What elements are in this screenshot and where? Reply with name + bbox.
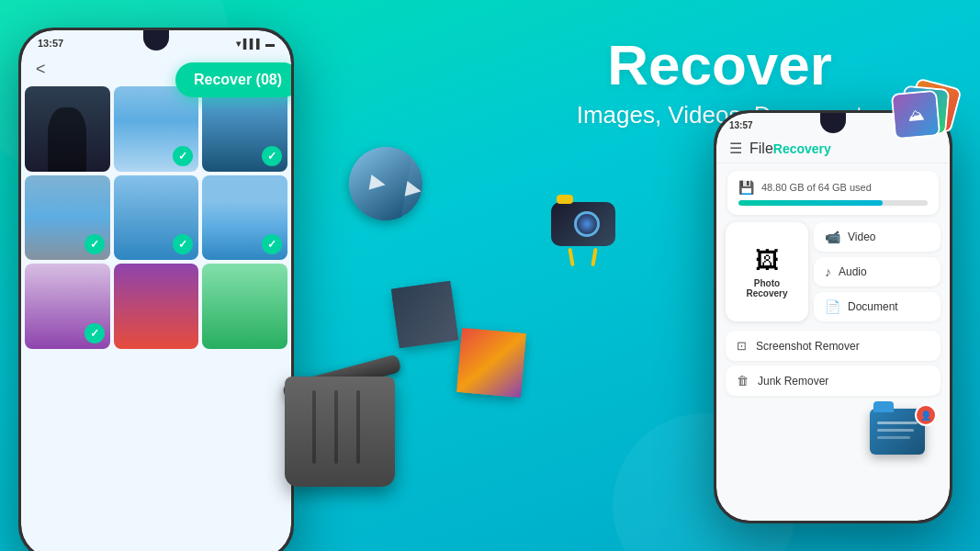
storage-fill (738, 200, 883, 206)
right-phone-header: ☰ File Recovery (716, 134, 950, 163)
header-title: Recover (487, 37, 952, 94)
video-icon: 📹 (825, 230, 840, 244)
person-badge: 👤 (915, 404, 937, 426)
recover-button[interactable]: Recover (08) (175, 62, 291, 97)
flying-photo-dark (391, 281, 458, 348)
junk-label: Junk Remover (758, 375, 828, 388)
checkmark-2: ✓ (173, 146, 193, 166)
battery-icon: ▬ (265, 39, 275, 49)
recovery-word: Recovery (773, 141, 831, 156)
hamburger-icon[interactable]: ☰ (729, 140, 742, 157)
checkmark-4: ✓ (84, 234, 105, 254)
camera-lens (574, 211, 600, 237)
right-phone-content: 13:57 ▾ ▌▌ ▬ ☰ File Recovery 💾 (716, 113, 950, 521)
left-status-time: 13:57 (38, 38, 63, 49)
trash-line-3 (356, 390, 360, 464)
checkmark-7: ✓ (84, 323, 105, 343)
photo-item-3[interactable]: ✓ (202, 86, 287, 172)
video-label: Video (848, 231, 875, 243)
photo-item-4[interactable]: ✓ (25, 175, 110, 261)
photo-grid: ✓ ✓ ✓ ✓ ✓ (21, 86, 291, 353)
camera-flash (557, 195, 573, 204)
storage-text: 48.80 GB of 64 GB used (761, 182, 872, 193)
wifi-icon: ▾ (236, 39, 241, 49)
trash-can (285, 367, 395, 496)
photo-recovery-icon: 🖼 (755, 246, 779, 275)
photo-item-6[interactable]: ✓ (202, 175, 287, 261)
storage-info-row: 💾 48.80 GB of 64 GB used (738, 180, 928, 195)
trash-body (285, 377, 395, 487)
screenshot-remover-option[interactable]: ⊡ Screenshot Remover (726, 331, 941, 361)
right-phone: 13:57 ▾ ▌▌ ▬ ☰ File Recovery 💾 (714, 110, 952, 523)
file-word: File (749, 141, 773, 157)
photo-item-2[interactable]: ✓ (114, 86, 199, 172)
storage-bar-container: 💾 48.80 GB of 64 GB used (727, 171, 939, 215)
trash-line-2 (334, 390, 338, 464)
image-icon-3: ⛰ (907, 105, 925, 125)
camera-icon-3d (551, 202, 625, 262)
photo-recovery-button[interactable]: 🖼 Photo Recovery (726, 222, 808, 321)
play-icon: ▶ (368, 169, 388, 196)
left-phone-frame: 13:57 ▾ ▌▌▌ ▬ Recover (08) < (18, 28, 294, 551)
recovery-grid: 🖼 Photo Recovery 📹 Video ♪ Audio 📄 (716, 222, 950, 321)
audio-option[interactable]: ♪ Audio (814, 257, 941, 287)
screenshot-icon: ⊡ (737, 339, 747, 353)
checkmark-3: ✓ (262, 146, 282, 166)
bottom-options: ⊡ Screenshot Remover 🗑 Junk Remover (716, 325, 950, 401)
left-phone-screen: 13:57 ▾ ▌▌▌ ▬ Recover (08) < (21, 30, 291, 551)
signal-icon: ▌▌▌ (243, 39, 263, 49)
right-phone-screen: 13:57 ▾ ▌▌ ▬ ☰ File Recovery 💾 (716, 113, 950, 521)
right-phone-frame: 13:57 ▾ ▌▌ ▬ ☰ File Recovery 💾 (714, 110, 952, 523)
document-label: Document (848, 300, 898, 313)
storage-bar (738, 200, 928, 206)
photo-item-9[interactable] (202, 264, 287, 349)
audio-icon: ♪ (825, 264, 831, 279)
document-option[interactable]: 📄 Document (814, 292, 941, 321)
left-phone: 13:57 ▾ ▌▌▌ ▬ Recover (08) < (18, 28, 294, 551)
junk-remover-option[interactable]: 🗑 Junk Remover (726, 365, 941, 396)
trash-line-1 (312, 390, 316, 464)
photo-item-5[interactable]: ✓ (114, 175, 199, 261)
audio-label: Audio (839, 265, 867, 278)
left-status-icons: ▾ ▌▌▌ ▬ (236, 39, 275, 49)
folder-3d-icon: 👤 (870, 409, 929, 459)
flying-photo-sunset (456, 328, 526, 398)
screenshot-label: Screenshot Remover (756, 340, 860, 353)
storage-device-icon: 💾 (738, 180, 754, 195)
photo-item-8[interactable] (114, 264, 199, 349)
photo-item-7[interactable]: ✓ (25, 264, 110, 349)
photo-item-1[interactable] (25, 86, 110, 172)
right-status-time: 13:57 (729, 120, 753, 130)
img-card-3: ⛰ (891, 90, 941, 140)
document-icon: 📄 (825, 299, 840, 314)
photo-recovery-label: Photo Recovery (733, 278, 801, 298)
junk-icon: 🗑 (737, 374, 749, 388)
video-option[interactable]: 📹 Video (814, 222, 941, 252)
